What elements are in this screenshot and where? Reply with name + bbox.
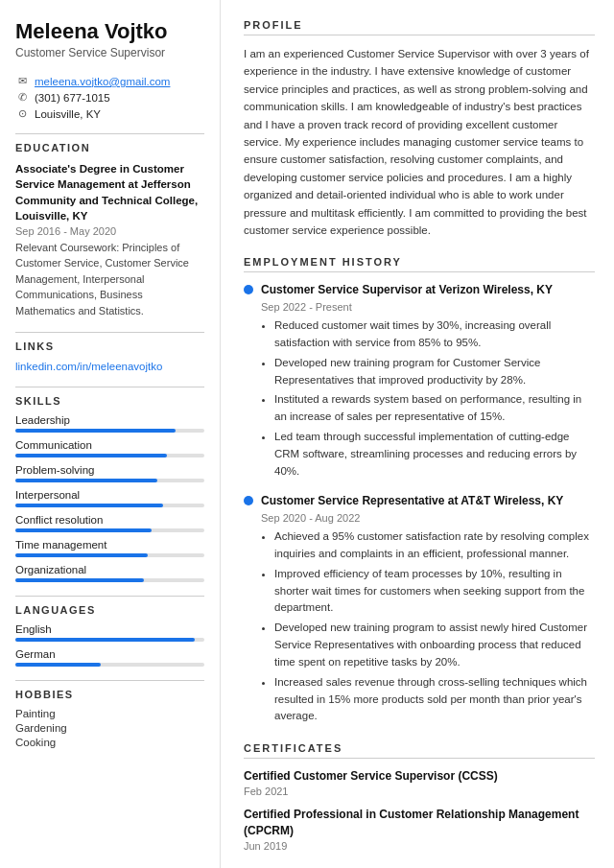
- skill-item: Conflict resolution: [15, 514, 204, 532]
- divider-languages: [15, 596, 204, 597]
- skill-bar-fill: [15, 504, 163, 507]
- skill-label: Interpersonal: [15, 489, 204, 501]
- job-bullets: Achieved a 95% customer satisfaction rat…: [261, 528, 595, 725]
- divider-hobbies: [15, 680, 204, 681]
- main-content: PROFILE I am an experienced Customer Ser…: [221, 0, 614, 868]
- skills-heading: Skills: [15, 395, 204, 407]
- skill-bar-fill: [15, 578, 144, 582]
- lang-bar-fill: [15, 663, 101, 667]
- cert-title: Certified Professional in Customer Relat…: [244, 807, 595, 839]
- hobbies-heading: Hobbies: [15, 689, 204, 700]
- skill-label: Conflict resolution: [15, 514, 204, 526]
- job-date: Sep 2022 - Present: [261, 301, 595, 313]
- education-heading: Education: [15, 142, 204, 153]
- skill-item: Communication: [15, 439, 204, 457]
- education-coursework: Relevant Coursework: Principles of Custo…: [15, 240, 204, 319]
- skill-bar-bg: [15, 479, 204, 482]
- skill-bar-fill: [15, 528, 152, 532]
- job-bullet: Led team through successful implementati…: [274, 429, 595, 480]
- certificates-list: Certified Customer Service Supervisor (C…: [244, 768, 595, 851]
- linkedin-link[interactable]: linkedin.com/in/meleenavojtko: [15, 361, 162, 372]
- cert-date: Feb 2021: [244, 786, 595, 797]
- certificate-block: Certified Professional in Customer Relat…: [244, 807, 595, 852]
- skill-bar-fill: [15, 454, 167, 457]
- job-title: Customer Service Representative at AT&T …: [261, 493, 563, 509]
- job-header: Customer Service Supervisor at Verizon W…: [244, 282, 595, 298]
- skill-label: Communication: [15, 439, 204, 451]
- skill-item: Organizational: [15, 564, 204, 582]
- candidate-name: Meleena Vojtko: [15, 19, 204, 44]
- certificate-block: Certified Customer Service Supervisor (C…: [244, 768, 595, 797]
- job-block: Customer Service Supervisor at Verizon W…: [244, 282, 595, 480]
- education-date: Sep 2016 - May 2020: [15, 225, 204, 237]
- job-bullet: Developed new training program to assist…: [274, 620, 595, 670]
- skill-bar-fill: [15, 429, 176, 433]
- hobby-item: Gardening: [15, 722, 204, 734]
- hobby-item: Cooking: [15, 737, 204, 748]
- job-bullet: Developed new training program for Custo…: [274, 355, 595, 389]
- job-dot: [244, 496, 253, 505]
- cert-date: Jun 2019: [244, 840, 595, 852]
- location-icon: ⊙: [15, 107, 29, 120]
- profile-text: I am an experienced Customer Service Sup…: [244, 45, 595, 239]
- contact-phone: ✆ (301) 677-1015: [15, 91, 204, 104]
- skill-bar-bg: [15, 504, 204, 507]
- skill-item: Leadership: [15, 414, 204, 433]
- skill-bar-fill: [15, 553, 148, 557]
- sidebar: Meleena Vojtko Customer Service Supervis…: [0, 0, 221, 868]
- skill-label: Problem-solving: [15, 464, 204, 476]
- job-block: Customer Service Representative at AT&T …: [244, 493, 595, 725]
- lang-bar-bg: [15, 663, 204, 667]
- certificates-heading: CERTIFICATES: [244, 742, 595, 759]
- divider-education: [15, 133, 204, 134]
- divider-links: [15, 332, 204, 333]
- link-linkedin: linkedin.com/in/meleenavojtko: [15, 360, 204, 373]
- skill-bar-fill: [15, 479, 157, 482]
- languages-list: English German: [15, 623, 204, 667]
- location-text: Louisville, KY: [35, 108, 101, 120]
- skill-bar-bg: [15, 528, 204, 532]
- skill-item: Interpersonal: [15, 489, 204, 507]
- job-bullet: Instituted a rewards system based on per…: [274, 391, 595, 426]
- skills-list: Leadership Communication Problem-solving…: [15, 414, 204, 582]
- divider-skills: [15, 387, 204, 387]
- skill-label: Time management: [15, 539, 204, 551]
- hobby-item: Painting: [15, 708, 204, 719]
- skill-bar-bg: [15, 454, 204, 457]
- skill-bar-bg: [15, 429, 204, 433]
- contact-location: ⊙ Louisville, KY: [15, 107, 204, 120]
- skill-bar-bg: [15, 553, 204, 557]
- job-title: Customer Service Supervisor at Verizon W…: [261, 282, 553, 298]
- email-link[interactable]: meleena.vojtko@gmail.com: [35, 76, 170, 87]
- employment-list: Customer Service Supervisor at Verizon W…: [244, 282, 595, 725]
- candidate-title: Customer Service Supervisor: [15, 46, 204, 59]
- skill-label: Organizational: [15, 564, 204, 575]
- job-dot: [244, 285, 253, 294]
- job-header: Customer Service Representative at AT&T …: [244, 493, 595, 509]
- language-label: English: [15, 623, 204, 635]
- skill-item: Time management: [15, 539, 204, 557]
- skill-item: Problem-solving: [15, 464, 204, 482]
- phone-number: (301) 677-1015: [35, 92, 110, 104]
- lang-bar-bg: [15, 638, 204, 642]
- education-degree: Associate's Degree in Customer Service M…: [15, 161, 204, 223]
- employment-heading: EMPLOYMENT HISTORY: [244, 256, 595, 272]
- language-item: English: [15, 623, 204, 642]
- skill-label: Leadership: [15, 414, 204, 426]
- job-bullet: Achieved a 95% customer satisfaction rat…: [274, 528, 595, 563]
- language-item: German: [15, 648, 204, 667]
- email-icon: ✉: [15, 75, 29, 87]
- job-date: Sep 2020 - Aug 2022: [261, 512, 595, 524]
- languages-heading: Languages: [15, 604, 204, 616]
- cert-title: Certified Customer Service Supervisor (C…: [244, 768, 595, 785]
- profile-heading: PROFILE: [244, 19, 595, 35]
- job-bullet: Reduced customer wait times by 30%, incr…: [274, 317, 595, 352]
- contact-email: ✉ meleena.vojtko@gmail.com: [15, 75, 204, 87]
- job-bullet: Improved efficiency of team processes by…: [274, 566, 595, 617]
- language-label: German: [15, 648, 204, 660]
- links-heading: Links: [15, 340, 204, 352]
- skill-bar-bg: [15, 578, 204, 582]
- phone-icon: ✆: [15, 91, 29, 104]
- hobbies-list: PaintingGardeningCooking: [15, 708, 204, 748]
- job-bullet: Increased sales revenue through cross-se…: [274, 674, 595, 725]
